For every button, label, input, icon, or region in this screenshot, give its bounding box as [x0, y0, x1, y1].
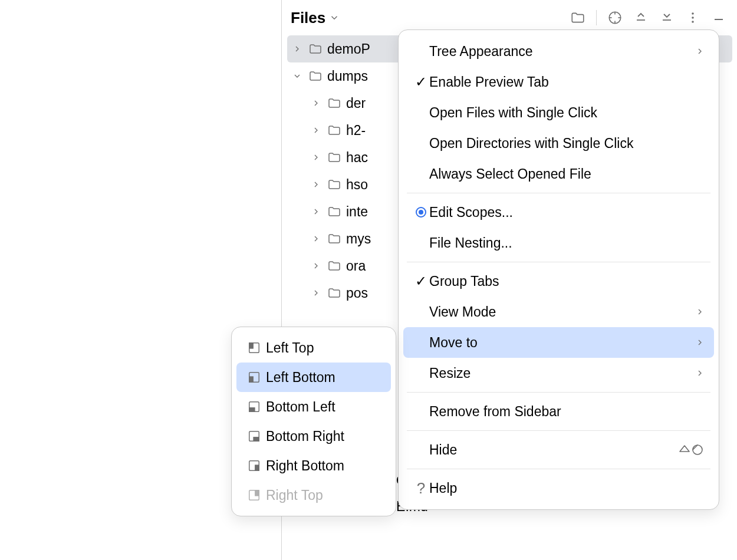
- menu-label: Open Directories with Single Click: [429, 136, 705, 151]
- chevron-right-icon: [310, 234, 323, 243]
- tree-item-label: h2-: [346, 123, 366, 139]
- submenu-label: Right Top: [266, 487, 381, 503]
- folder-icon[interactable]: [568, 8, 588, 28]
- svg-rect-22: [254, 437, 259, 441]
- folder-icon: [327, 96, 341, 110]
- chevron-right-icon: [310, 153, 323, 162]
- chevron-right-icon: [695, 368, 705, 378]
- options-popup: Tree Appearance ✓ Enable Preview Tab Ope…: [398, 29, 719, 510]
- menu-separator: [407, 392, 710, 393]
- menu-label: Help: [429, 480, 705, 496]
- help-icon: ?: [413, 479, 429, 498]
- folder-icon: [327, 286, 341, 300]
- menu-label: Always Select Opened File: [429, 166, 705, 182]
- toolbar-separator: [596, 10, 597, 25]
- tree-item-label: mys: [346, 231, 371, 247]
- dock-left-bottom-icon: [246, 371, 262, 384]
- folder-icon: [308, 69, 323, 83]
- menu-label: Move to: [429, 335, 695, 351]
- chevron-right-icon: [310, 98, 323, 108]
- tree-item-label: der: [346, 95, 366, 111]
- chevron-right-icon: [310, 126, 323, 135]
- radio-selected-icon: [413, 207, 429, 218]
- tree-item-label: ora: [346, 258, 366, 274]
- menu-group-tabs[interactable]: ✓ Group Tabs: [403, 266, 714, 297]
- svg-rect-26: [255, 490, 259, 496]
- target-icon[interactable]: [605, 8, 625, 28]
- menu-resize[interactable]: Resize: [403, 358, 714, 388]
- chevron-right-icon: [695, 307, 705, 317]
- svg-point-14: [693, 445, 702, 454]
- folder-icon: [327, 150, 341, 164]
- menu-always-select-opened[interactable]: Always Select Opened File: [403, 159, 714, 189]
- submenu-left-top[interactable]: Left Top: [236, 333, 391, 363]
- folder-icon: [327, 123, 341, 137]
- checkmark-icon: ✓: [413, 273, 429, 289]
- menu-label: Group Tabs: [429, 274, 705, 289]
- folder-icon: [327, 177, 341, 192]
- menu-open-dirs-single-click[interactable]: Open Directories with Single Click: [403, 128, 714, 159]
- dock-bottom-left-icon: [246, 400, 262, 413]
- files-title-label: Files: [291, 9, 325, 27]
- menu-edit-scopes[interactable]: Edit Scopes...: [403, 197, 714, 228]
- chevron-down-icon: [329, 12, 340, 23]
- move-to-submenu: Left Top Left Bottom Bottom Left Bottom …: [231, 327, 396, 516]
- svg-rect-18: [249, 377, 253, 382]
- menu-label: Edit Scopes...: [429, 205, 705, 220]
- chevron-right-icon: [695, 338, 705, 347]
- chevron-right-icon: [310, 207, 323, 216]
- submenu-label: Right Bottom: [266, 458, 381, 474]
- chevron-right-icon: [310, 180, 323, 189]
- menu-label: View Mode: [429, 304, 695, 320]
- submenu-right-bottom[interactable]: Right Bottom: [236, 451, 391, 480]
- submenu-left-bottom[interactable]: Left Bottom: [236, 363, 391, 392]
- menu-separator: [407, 193, 710, 193]
- menu-file-nesting[interactable]: File Nesting...: [403, 228, 714, 258]
- menu-label: Remove from Sidebar: [429, 404, 705, 420]
- folder-icon: [308, 42, 323, 56]
- menu-separator: [407, 262, 710, 262]
- more-options-icon[interactable]: [683, 8, 703, 28]
- menu-label: Open Files with Single Click: [429, 105, 705, 121]
- menu-separator: [407, 430, 710, 431]
- svg-rect-24: [255, 465, 259, 470]
- shortcut-icon: [679, 443, 705, 456]
- chevron-right-icon: [291, 44, 304, 54]
- submenu-bottom-right[interactable]: Bottom Right: [236, 421, 391, 451]
- menu-remove-from-sidebar[interactable]: Remove from Sidebar: [403, 396, 714, 427]
- menu-hide[interactable]: Hide: [403, 434, 714, 465]
- menu-tree-appearance[interactable]: Tree Appearance: [403, 36, 714, 67]
- chevron-right-icon: [310, 261, 323, 271]
- tree-item-label: hso: [346, 177, 368, 193]
- menu-label: Hide: [429, 442, 679, 458]
- svg-rect-20: [249, 408, 255, 411]
- tree-item-label: hac: [346, 150, 368, 166]
- dock-bottom-right-icon: [246, 430, 262, 443]
- folder-icon: [327, 259, 341, 273]
- submenu-label: Bottom Right: [266, 429, 381, 444]
- menu-label: Resize: [429, 365, 695, 381]
- chevron-right-icon: [310, 288, 323, 298]
- expand-all-icon[interactable]: [631, 8, 651, 28]
- tree-item-label: inte: [346, 204, 368, 220]
- chevron-right-icon: [695, 47, 705, 56]
- svg-rect-16: [249, 343, 253, 348]
- submenu-right-top: Right Top: [236, 480, 391, 510]
- minimize-panel-icon[interactable]: [709, 8, 729, 28]
- menu-label: Tree Appearance: [429, 44, 695, 60]
- dock-right-bottom-icon: [246, 459, 262, 472]
- submenu-label: Bottom Left: [266, 399, 381, 415]
- dock-right-top-icon: [246, 489, 262, 502]
- menu-label: Enable Preview Tab: [429, 74, 705, 90]
- tree-item-label: dumps: [327, 68, 368, 84]
- files-title-dropdown[interactable]: Files: [291, 9, 340, 27]
- collapse-all-icon[interactable]: [657, 8, 677, 28]
- menu-help[interactable]: ? Help: [403, 473, 714, 503]
- menu-view-mode[interactable]: View Mode: [403, 297, 714, 327]
- svg-point-8: [692, 17, 694, 19]
- menu-move-to[interactable]: Move to: [403, 327, 714, 358]
- menu-open-files-single-click[interactable]: Open Files with Single Click: [403, 97, 714, 128]
- submenu-bottom-left[interactable]: Bottom Left: [236, 392, 391, 421]
- menu-enable-preview-tab[interactable]: ✓ Enable Preview Tab: [403, 67, 714, 97]
- svg-point-7: [692, 12, 694, 15]
